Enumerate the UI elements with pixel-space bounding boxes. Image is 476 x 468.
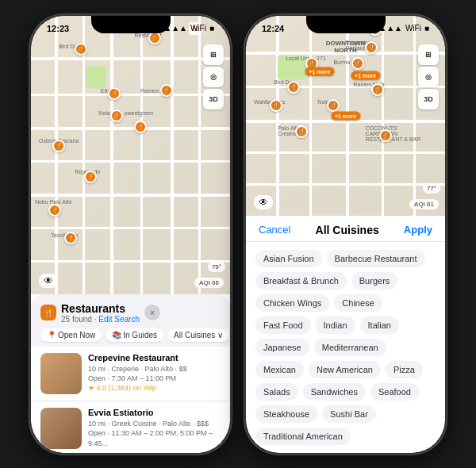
- cuisine-asian-fusion[interactable]: Asian Fusion: [255, 250, 322, 267]
- restaurant-detail-2: 10 mi · Greek Cuisine · Palo Alto · $$$: [88, 419, 221, 429]
- restaurants-icon: 🍴: [40, 305, 56, 320]
- cuisine-seafood[interactable]: Seafood: [370, 383, 419, 401]
- temp-badge-2: 77°: [423, 183, 440, 194]
- wifi-icon-2: WiFi: [405, 24, 421, 33]
- pin-nola[interactable]: 🍴: [110, 109, 123, 122]
- cuisine-japanese[interactable]: Japanese: [255, 339, 309, 356]
- map-label-p2-10: COCONUTSCARIBBEANRESTAURANT & BAR: [366, 125, 421, 142]
- restaurant-hours-1: Open · 7:30 AM – 11:00 PM: [88, 374, 221, 384]
- cuisine-fast-food[interactable]: Fast Food: [255, 316, 311, 334]
- pin-burma-ruby[interactable]: 🍴: [351, 57, 364, 70]
- close-panel-btn[interactable]: ×: [144, 305, 160, 320]
- pin-ettan[interactable]: 🍴: [108, 87, 121, 100]
- cuisine-steakhouse[interactable]: Steakhouse: [255, 405, 317, 423]
- pin-reposado[interactable]: 🍴: [84, 171, 97, 183]
- map-label-6: sweetgreen: [125, 110, 153, 116]
- badge-more-3[interactable]: +1 more: [331, 111, 360, 120]
- modal-apply-btn[interactable]: Apply: [404, 224, 432, 236]
- filter-cuisines[interactable]: All Cuisines ∨: [167, 328, 229, 342]
- restaurant-item-2[interactable]: Evvia Estiatorio 10 mi · Greek Cuisine ·…: [31, 401, 230, 453]
- pin-bird-dog-p2[interactable]: 🍴: [287, 81, 300, 94]
- wifi-icon-1: WiFi: [190, 24, 206, 33]
- pin-tacolicious[interactable]: 🍴: [64, 232, 77, 244]
- phone-1: 12:23 ▲▲▲ WiFi ■: [29, 14, 232, 455]
- pin-sweetgreen[interactable]: 🍴: [134, 121, 147, 133]
- temp-badge-1: 79°: [208, 262, 225, 272]
- modal-title: All Cuisines: [316, 224, 379, 236]
- cuisine-sushi-bar[interactable]: Sushi Bar: [322, 405, 376, 423]
- modal-cancel-btn[interactable]: Cancel: [259, 224, 290, 236]
- aqi-badge-2: AQI 61: [409, 199, 439, 209]
- pin-crepevine-p2[interactable]: 🍴: [365, 41, 378, 54]
- cuisine-mediterranean[interactable]: Mediterranean: [314, 339, 386, 356]
- map-controls-2: ⊞ ◎ 3D: [418, 44, 439, 109]
- cuisine-pizza[interactable]: Pizza: [386, 361, 423, 378]
- badge-more-2[interactable]: +1 more: [351, 71, 380, 80]
- time-2: 12:24: [262, 24, 284, 33]
- restaurant-img-2: [40, 408, 82, 449]
- pin-nola-p2[interactable]: 🍴: [327, 99, 340, 112]
- restaurant-list: Crepevine Restaurant 10 mi · Creperie · …: [31, 347, 230, 453]
- cuisine-chinese[interactable]: Chinese: [334, 294, 382, 312]
- pin-wahlburgers[interactable]: 🍴: [270, 99, 282, 112]
- restaurant-hours-2: Open · 11:30 AM – 2:00 PM, 5:00 PM – 9:4…: [88, 428, 221, 448]
- cuisine-chicken-wings[interactable]: Chicken Wings: [255, 294, 329, 312]
- badge-more-1[interactable]: +1 more: [305, 67, 334, 76]
- restaurant-name-1: Crepevine Restaurant: [88, 353, 221, 363]
- restaurant-info-1: Crepevine Restaurant 10 mi · Creperie · …: [88, 353, 221, 392]
- time-1: 12:23: [47, 24, 69, 33]
- panel-header: 🍴 Restaurants 25 found · Edit Search ×: [31, 294, 230, 328]
- location-btn-2[interactable]: ◎: [418, 67, 439, 87]
- restaurant-name-2: Evvia Estiatorio: [88, 408, 221, 417]
- map-label-5: Nola: [98, 110, 109, 116]
- bottom-panel: 🍴 Restaurants 25 found · Edit Search × 📍…: [31, 294, 230, 453]
- notch-1: [91, 16, 171, 33]
- aqi-badge-1: AQI 66: [194, 278, 224, 288]
- 3d-btn-1[interactable]: 3D: [203, 89, 224, 109]
- battery-icon-1: ■: [209, 24, 214, 33]
- restaurant-img-1: [40, 353, 82, 394]
- cuisine-new-american[interactable]: New American: [309, 361, 381, 378]
- pin-ramen-p2[interactable]: 🍴: [371, 83, 384, 96]
- cuisine-barbecue[interactable]: Barbecue Restaurant: [327, 250, 425, 267]
- pin-osteria[interactable]: 🍴: [52, 140, 65, 152]
- cuisine-burgers[interactable]: Burgers: [351, 272, 398, 290]
- cuisine-breakfast[interactable]: Breakfast & Brunch: [255, 272, 347, 290]
- modal-header: Cancel All Cuisines Apply: [246, 216, 445, 242]
- binoculars-2[interactable]: 👁: [254, 195, 273, 209]
- pin-bird-dog[interactable]: 🍴: [75, 43, 87, 56]
- status-icons-1: ▲▲▲ WiFi ■: [163, 24, 214, 33]
- cuisine-mexican[interactable]: Mexican: [255, 361, 304, 378]
- restaurant-detail-1: 10 mi · Creperie · Palo Alto · $$: [88, 364, 221, 374]
- binoculars-1[interactable]: 👁: [39, 274, 58, 288]
- panel-title: Restaurants: [61, 302, 140, 315]
- map-layers-btn-1[interactable]: ⊞: [203, 44, 224, 65]
- cuisine-indian[interactable]: Indian: [316, 316, 355, 334]
- pin-coconuts[interactable]: 🍴: [379, 129, 392, 142]
- location-btn-1[interactable]: ◎: [203, 67, 224, 87]
- restaurant-item-1[interactable]: Crepevine Restaurant 10 mi · Creperie · …: [31, 347, 230, 401]
- map-layers-btn-2[interactable]: ⊞: [418, 44, 439, 65]
- filter-row: 📍 Open Now 📚 In Guides All Cuisines ∨ So…: [31, 328, 230, 347]
- battery-icon-2: ■: [424, 24, 429, 33]
- status-icons-2: ▲▲▲ WiFi ■: [378, 24, 429, 33]
- map-1[interactable]: Bird Dog CrepevineRestaurant Ettan Ramen…: [31, 16, 230, 294]
- edit-search-link[interactable]: Edit Search: [98, 315, 140, 324]
- pin-ramen[interactable]: 🍴: [160, 84, 173, 97]
- pin-nobu[interactable]: 🍴: [48, 204, 61, 217]
- pin-palo-alto-creamery[interactable]: 🍴: [295, 125, 308, 138]
- notch-2: [306, 16, 386, 33]
- cuisine-italian[interactable]: Italian: [360, 316, 399, 334]
- cuisine-grid: Asian Fusion Barbecue Restaurant Breakfa…: [246, 242, 445, 453]
- panel-subtitle: 25 found · Edit Search: [61, 315, 140, 324]
- phone-2: 12:24 ▲▲▲ WiFi ■ DOWNTOWNNORTH: [244, 14, 447, 455]
- cuisine-modal: Cancel All Cuisines Apply Asian Fusion B…: [246, 216, 445, 453]
- filter-open-now[interactable]: 📍 Open Now: [40, 328, 102, 342]
- filter-in-guides[interactable]: 📚 In Guides: [106, 328, 163, 342]
- cuisine-salads[interactable]: Salads: [255, 383, 298, 401]
- cuisine-traditional-american[interactable]: Traditional American: [255, 428, 351, 445]
- 3d-btn-2[interactable]: 3D: [418, 89, 439, 109]
- map-2[interactable]: DOWNTOWNNORTH ROOH CrepevineRestaurant L…: [246, 16, 445, 216]
- restaurant-info-2: Evvia Estiatorio 10 mi · Greek Cuisine ·…: [88, 408, 221, 449]
- cuisine-sandwiches[interactable]: Sandwiches: [303, 383, 366, 401]
